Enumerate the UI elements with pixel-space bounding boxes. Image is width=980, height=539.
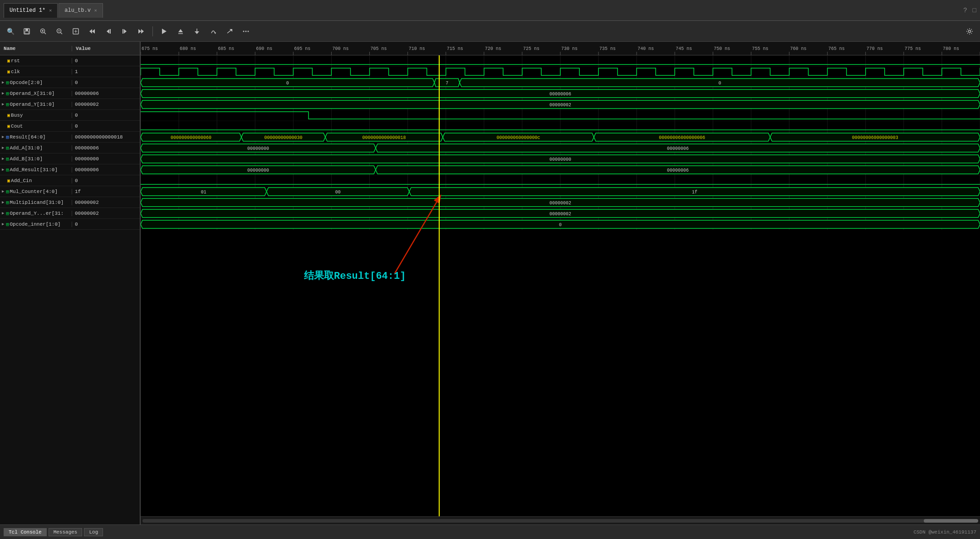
status-tab-messages[interactable]: Messages	[49, 528, 83, 536]
signal-row-6[interactable]: ▣ Cout0	[0, 121, 140, 132]
tab-alu-tb-close[interactable]: ✕	[94, 8, 97, 13]
signal-name-text-2: Opcode[2:0]	[10, 80, 43, 85]
green-bus-icon-14: ▤	[6, 211, 9, 216]
fit-button[interactable]	[69, 25, 83, 38]
green-bus-icon-8: ▤	[6, 145, 9, 151]
svg-text:0: 0	[718, 81, 721, 86]
signal-header: Name Value	[0, 42, 140, 55]
svg-rect-2	[25, 31, 29, 34]
svg-text:7: 7	[446, 81, 448, 86]
waveform-canvas[interactable]: 710,000... 07000000006000000020000000000…	[141, 55, 980, 516]
signal-row-15[interactable]: ▶▤ Opcode_inner[1:0]0	[0, 219, 140, 230]
status-tab-tcl[interactable]: Tcl Console	[4, 528, 47, 536]
signal-row-2[interactable]: ▶▤ Opcode[2:0]0	[0, 77, 140, 88]
signal-row-14[interactable]: ▶▤ Operand_Y...er[31:00000002	[0, 208, 140, 219]
scrollbar-thumb[interactable]	[924, 519, 978, 523]
svg-text:725 ns: 725 ns	[523, 46, 539, 51]
signal-name-text-13: Multiplicand[31:0]	[10, 200, 64, 205]
signal-row-3[interactable]: ▶▤ Operand_X[31:0]00000006	[0, 88, 140, 99]
signal-row-11[interactable]: ▣ Add_Cin0	[0, 175, 140, 186]
signal-name-15: ▶▤ Opcode_inner[1:0]	[0, 222, 72, 227]
zoom-in-button[interactable]	[36, 25, 50, 38]
signal-name-8: ▶▤ Add_A[31:0]	[0, 145, 72, 151]
title-icons: ? □	[963, 7, 976, 14]
expand-arrow-3[interactable]: ▶	[2, 91, 4, 96]
signal-value-11: 0	[72, 178, 140, 183]
svg-text:01: 01	[201, 190, 206, 195]
blue-bus-icon-7: ▤	[6, 134, 9, 140]
tab-untitled-label: Untitled 1*	[10, 7, 45, 14]
signal-row-1[interactable]: ▣ clk1	[0, 66, 140, 77]
rewind-button[interactable]	[85, 25, 99, 38]
signal-panel: Name Value ▣ rst0▣ clk1▶▤ Opcode[2:0]0▶▤…	[0, 42, 141, 524]
signal-name-text-11: Add_Cin	[11, 178, 32, 183]
signal-row-4[interactable]: ▶▤ Operand_Y[31:0]00000002	[0, 99, 140, 110]
scrollbar-track[interactable]	[142, 519, 978, 523]
svg-point-28	[245, 30, 247, 32]
status-tabs: Tcl Console Messages Log	[4, 528, 103, 536]
signal-name-text-7: Result[64:0]	[10, 134, 45, 140]
signal-value-1: 1	[72, 69, 140, 74]
zoom-out-button[interactable]	[53, 25, 66, 38]
signal-row-10[interactable]: ▶▤ Add_Result[31:0]00000006	[0, 164, 140, 175]
svg-marker-12	[92, 29, 95, 34]
svg-point-29	[248, 30, 249, 32]
signal-row-0[interactable]: ▣ rst0	[0, 55, 140, 66]
signal-name-text-4: Operand_Y[31:0]	[10, 102, 54, 107]
signal-name-text-6: Cout	[11, 124, 23, 129]
expand-arrow-10[interactable]: ▶	[2, 167, 4, 172]
save-button[interactable]	[20, 25, 34, 38]
signal-row-9[interactable]: ▶▤ Add_B[31:0]00000000	[0, 153, 140, 164]
status-tab-log[interactable]: Log	[84, 528, 103, 536]
svg-text:770 ns: 770 ns	[867, 46, 883, 51]
expand-arrow-8[interactable]: ▶	[2, 145, 4, 150]
signal-name-text-5: Busy	[11, 113, 23, 118]
expand-arrow-2[interactable]: ▶	[2, 80, 4, 85]
signal-name-text-10: Add_Result[31:0]	[10, 167, 58, 173]
step-over-button[interactable]	[206, 25, 220, 38]
step-in-button[interactable]	[190, 25, 204, 38]
signal-name-3: ▶▤ Operand_X[31:0]	[0, 91, 72, 96]
step-out-button[interactable]	[223, 25, 236, 38]
signal-row-12[interactable]: ▶▤ Mul_Counter[4:0]1f	[0, 186, 140, 197]
signal-name-5: ▣ Busy	[0, 113, 72, 118]
svg-text:00000000: 00000000	[247, 168, 269, 173]
prev-button[interactable]	[102, 25, 115, 38]
tab-untitled[interactable]: Untitled 1* ✕	[4, 3, 58, 18]
search-button[interactable]: 🔍	[4, 25, 17, 38]
signal-name-2: ▶▤ Opcode[2:0]	[0, 80, 72, 85]
settings-button[interactable]	[963, 25, 976, 38]
expand-arrow-7[interactable]: ▶	[2, 134, 4, 139]
signal-row-7[interactable]: ▶▤ Result[64:0]0000000000000018	[0, 132, 140, 143]
next-button[interactable]	[118, 25, 132, 38]
signal-row-13[interactable]: ▶▤ Multiplicand[31:0]00000002	[0, 197, 140, 208]
svg-text:705 ns: 705 ns	[371, 46, 387, 51]
svg-text:755 ns: 755 ns	[752, 46, 768, 51]
expand-arrow-4[interactable]: ▶	[2, 102, 4, 107]
run-button[interactable]	[157, 25, 171, 38]
signal-row-8[interactable]: ▶▤ Add_A[31:0]00000006	[0, 143, 140, 153]
signal-value-10: 00000006	[72, 167, 140, 173]
forward-button[interactable]	[134, 25, 148, 38]
svg-marker-21	[178, 29, 183, 32]
signal-name-1: ▣ clk	[0, 69, 72, 74]
signal-row-5[interactable]: ▣ Busy0	[0, 110, 140, 121]
svg-text:000000060000000c: 000000060000000c	[496, 135, 540, 140]
signal-name-7: ▶▤ Result[64:0]	[0, 134, 72, 140]
expand-arrow-14[interactable]: ▶	[2, 211, 4, 216]
expand-arrow-12[interactable]: ▶	[2, 189, 4, 194]
expand-arrow-15[interactable]: ▶	[2, 222, 4, 227]
tab-alu-tb-label: alu_tb.v	[64, 7, 91, 14]
expand-arrow-9[interactable]: ▶	[2, 156, 4, 161]
more-button[interactable]	[239, 25, 253, 38]
scrollbar-area[interactable]	[141, 516, 980, 524]
tab-alu-tb[interactable]: alu_tb.v ✕	[59, 3, 103, 18]
tab-untitled-close[interactable]: ✕	[49, 8, 52, 13]
signal-name-13: ▶▤ Multiplicand[31:0]	[0, 200, 72, 205]
maximize-icon[interactable]: □	[973, 7, 976, 14]
svg-marker-13	[107, 29, 109, 34]
svg-marker-18	[141, 29, 144, 34]
help-icon[interactable]: ?	[963, 7, 967, 14]
step-up-button[interactable]	[174, 25, 187, 38]
expand-arrow-13[interactable]: ▶	[2, 200, 4, 205]
